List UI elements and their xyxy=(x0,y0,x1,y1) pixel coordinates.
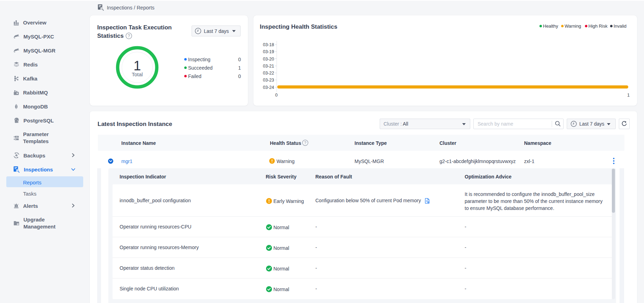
svg-text:?: ? xyxy=(304,141,306,145)
svg-text:?: ? xyxy=(128,34,130,38)
